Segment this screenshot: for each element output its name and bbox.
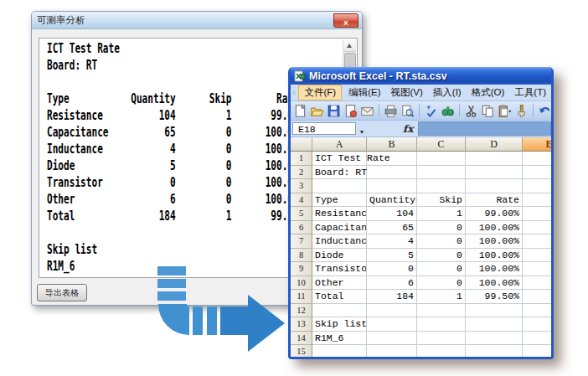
column-header-C[interactable]: C bbox=[417, 137, 466, 152]
cell-A4[interactable]: Type bbox=[312, 193, 367, 208]
cell-E6[interactable] bbox=[523, 221, 551, 235]
row-header-8[interactable]: 8 bbox=[291, 249, 312, 263]
cell-D2[interactable] bbox=[466, 166, 523, 180]
row-header-7[interactable]: 7 bbox=[291, 234, 312, 249]
cell-C4[interactable]: Skip bbox=[417, 193, 466, 208]
column-header-A[interactable]: A bbox=[312, 137, 367, 152]
save-icon[interactable] bbox=[327, 104, 341, 118]
column-header-D[interactable]: D bbox=[466, 137, 523, 152]
cell-C1[interactable] bbox=[417, 152, 466, 166]
export-table-button[interactable]: 导出表格 bbox=[37, 284, 87, 301]
cell-A3[interactable] bbox=[312, 179, 367, 193]
cell-B14[interactable] bbox=[367, 332, 417, 346]
cell-A7[interactable]: Inductance bbox=[312, 234, 367, 249]
row-header-1[interactable]: 1 bbox=[291, 152, 312, 166]
cell-C11[interactable]: 1 bbox=[417, 290, 466, 304]
row-header-6[interactable]: 6 bbox=[291, 221, 312, 235]
cell-D15[interactable] bbox=[466, 345, 523, 357]
print-preview-icon[interactable] bbox=[400, 104, 415, 118]
cell-D8[interactable]: 100.00% bbox=[466, 249, 523, 263]
cell-C3[interactable] bbox=[417, 179, 466, 193]
cell-B4[interactable]: Quantity bbox=[367, 193, 417, 208]
scroll-up-button[interactable] bbox=[343, 39, 356, 52]
cell-B6[interactable]: 65 bbox=[367, 221, 417, 235]
cell-C14[interactable] bbox=[417, 332, 466, 346]
permission-icon[interactable] bbox=[343, 104, 358, 118]
cell-E12[interactable] bbox=[523, 304, 551, 318]
row-header-2[interactable]: 2 bbox=[291, 166, 312, 180]
excel-titlebar[interactable]: Microsoft Excel - RT.sta.csv bbox=[291, 67, 551, 85]
cell-A10[interactable]: Other bbox=[312, 276, 367, 291]
cell-D13[interactable] bbox=[466, 317, 523, 332]
cell-D9[interactable]: 100.00% bbox=[466, 262, 523, 276]
cell-A1[interactable]: ICT Test Rate bbox=[312, 152, 367, 166]
cell-D5[interactable]: 99.00% bbox=[466, 207, 523, 221]
open-folder-icon[interactable] bbox=[310, 104, 324, 118]
cell-B3[interactable] bbox=[367, 179, 417, 193]
cell-E8[interactable] bbox=[523, 249, 551, 263]
column-header-B[interactable]: B bbox=[367, 137, 417, 152]
format-painter-icon[interactable] bbox=[514, 104, 529, 118]
cell-D3[interactable] bbox=[466, 179, 523, 193]
cell-E1[interactable] bbox=[523, 152, 551, 166]
formula-input[interactable] bbox=[418, 121, 551, 136]
row-header-13[interactable]: 13 bbox=[291, 317, 312, 332]
cell-E9[interactable] bbox=[523, 262, 551, 276]
cell-A5[interactable]: Resistance bbox=[312, 207, 367, 221]
cell-A13[interactable]: Skip list bbox=[312, 317, 367, 332]
cell-E5[interactable] bbox=[523, 207, 551, 221]
row-header-11[interactable]: 11 bbox=[291, 290, 312, 304]
cell-C6[interactable]: 0 bbox=[417, 221, 466, 235]
cell-B15[interactable] bbox=[367, 345, 417, 357]
paste-icon[interactable] bbox=[498, 104, 512, 118]
cell-B9[interactable]: 0 bbox=[367, 262, 417, 276]
cell-C12[interactable] bbox=[417, 304, 466, 318]
cell-A8[interactable]: Diode bbox=[312, 249, 367, 263]
cell-A15[interactable] bbox=[312, 345, 367, 357]
cell-E3[interactable] bbox=[523, 179, 551, 193]
cell-A9[interactable]: Transistor bbox=[312, 262, 367, 276]
undo-icon[interactable] bbox=[538, 104, 551, 118]
cell-A2[interactable]: Board: RT bbox=[312, 166, 367, 180]
cell-D1[interactable] bbox=[466, 152, 523, 166]
cell-B11[interactable]: 184 bbox=[367, 290, 417, 304]
cell-C13[interactable] bbox=[417, 317, 466, 332]
close-button[interactable]: × bbox=[333, 13, 358, 28]
cell-A14[interactable]: R1M_6 bbox=[312, 332, 367, 346]
cell-B13[interactable] bbox=[367, 317, 417, 332]
cut-icon[interactable] bbox=[464, 104, 478, 118]
spelling-icon[interactable] bbox=[424, 104, 438, 118]
cell-C2[interactable] bbox=[417, 166, 466, 180]
menu-item-5[interactable]: 格式(O) bbox=[467, 85, 510, 100]
menu-item-3[interactable]: 视图(V) bbox=[386, 85, 428, 100]
cell-B8[interactable]: 5 bbox=[367, 249, 417, 263]
dialog-titlebar[interactable]: 可测率分析 × bbox=[32, 12, 362, 29]
name-box[interactable]: E18 bbox=[292, 122, 356, 135]
cell-C5[interactable]: 1 bbox=[417, 207, 466, 221]
cell-D7[interactable]: 100.00% bbox=[466, 234, 523, 249]
cell-C7[interactable]: 0 bbox=[417, 234, 466, 249]
select-all-corner[interactable] bbox=[291, 137, 312, 152]
row-header-14[interactable]: 14 bbox=[291, 332, 312, 346]
print-icon[interactable] bbox=[384, 104, 398, 118]
menu-item-6[interactable]: 工具(T) bbox=[509, 85, 551, 100]
cell-B5[interactable]: 104 bbox=[367, 207, 417, 221]
mail-icon[interactable] bbox=[360, 104, 374, 118]
cell-E2[interactable] bbox=[523, 166, 551, 180]
research-icon[interactable] bbox=[441, 104, 455, 118]
cell-E15[interactable] bbox=[523, 345, 551, 357]
cell-D12[interactable] bbox=[466, 304, 523, 318]
cell-A6[interactable]: Capacitance bbox=[312, 221, 367, 235]
row-header-10[interactable]: 10 bbox=[291, 276, 312, 291]
cell-E10[interactable] bbox=[523, 276, 551, 291]
cell-B10[interactable]: 6 bbox=[367, 276, 417, 291]
row-header-9[interactable]: 9 bbox=[291, 262, 312, 276]
cell-C10[interactable]: 0 bbox=[417, 276, 466, 291]
menu-item-1[interactable]: 文件(F) bbox=[298, 85, 342, 100]
copy-icon[interactable] bbox=[481, 104, 495, 118]
row-header-3[interactable]: 3 bbox=[291, 179, 312, 193]
menu-item-4[interactable]: 插入(I) bbox=[428, 85, 467, 100]
cell-E13[interactable] bbox=[523, 317, 551, 332]
cell-D10[interactable]: 100.00% bbox=[466, 276, 523, 291]
cell-B2[interactable] bbox=[367, 166, 417, 180]
